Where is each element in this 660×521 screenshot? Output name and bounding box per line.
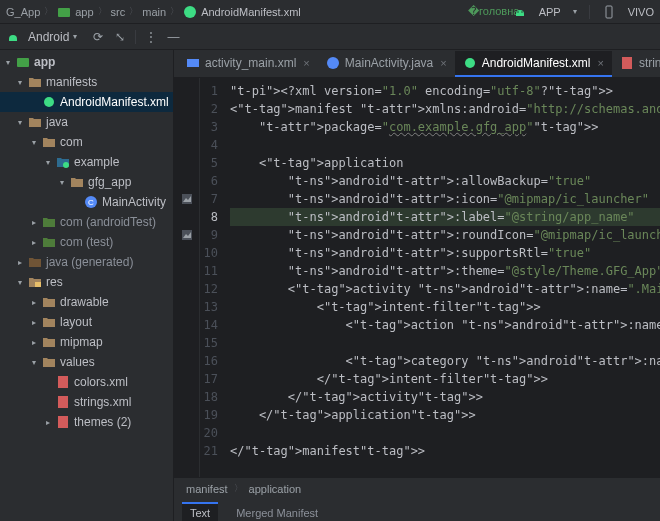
tree-app[interactable]: ▾app <box>0 52 173 72</box>
chevron-right-icon: 〉 <box>44 5 53 18</box>
svg-point-16 <box>465 58 475 68</box>
tree-folder-themes[interactable]: ▸themes (2) <box>0 412 173 432</box>
folder-icon <box>28 255 42 269</box>
package-icon <box>42 235 56 249</box>
tree-manifest-file[interactable]: AndroidManifest.xml <box>0 92 173 112</box>
xml-icon <box>56 395 70 409</box>
svg-point-15 <box>327 57 339 69</box>
android-icon[interactable] <box>513 5 527 19</box>
svg-rect-12 <box>58 396 68 408</box>
editor-sub-tabs: Text Merged Manifest <box>174 499 660 521</box>
tab-label: MainActivity.java <box>345 56 433 70</box>
tree-pkg-example[interactable]: ▾example <box>0 152 173 172</box>
android-icon <box>463 56 477 70</box>
subtab-text[interactable]: Text <box>182 502 218 521</box>
more-icon[interactable]: ⋮ <box>144 30 158 44</box>
xml-icon <box>620 56 634 70</box>
tab-androidmanifest[interactable]: AndroidManifest.xml × <box>455 51 612 77</box>
project-tool-header: Android ▾ ⟳ ⤡ ⋮ — <box>0 24 660 50</box>
tab-strings[interactable]: strings.xml • <box>612 51 660 77</box>
code-area[interactable]: 123456789101112131415161718192021 "t-pi"… <box>174 78 660 477</box>
tree-pkg-androidtest[interactable]: ▸com (androidTest) <box>0 212 173 232</box>
subtab-merged[interactable]: Merged Manifest <box>228 504 326 521</box>
tree-file-strings[interactable]: strings.xml <box>0 392 173 412</box>
tree-res-layout[interactable]: ▸layout <box>0 312 173 332</box>
project-view-selector[interactable]: Android ▾ <box>28 30 77 44</box>
editor: activity_main.xml × MainActivity.java × … <box>174 50 660 521</box>
tree-res-values[interactable]: ▾values <box>0 352 173 372</box>
folder-icon <box>42 335 56 349</box>
folder-icon <box>42 355 56 369</box>
svg-point-7 <box>63 162 69 168</box>
tree-file-colors[interactable]: colors.xml <box>0 372 173 392</box>
svg-point-3 <box>521 11 522 12</box>
tree-class-mainactivity[interactable]: CMainActivity <box>0 192 173 212</box>
tree-res-mipmap[interactable]: ▸mipmap <box>0 332 173 352</box>
xml-icon <box>56 375 70 389</box>
android-icon <box>183 5 197 19</box>
class-icon: C <box>84 195 98 209</box>
tree-res-drawable[interactable]: ▸drawable <box>0 292 173 312</box>
layout-icon <box>186 56 200 70</box>
structure-breadcrumb: manifest 〉 application <box>174 477 660 499</box>
tree-pkg-test[interactable]: ▸com (test) <box>0 232 173 252</box>
svg-point-6 <box>44 97 54 107</box>
class-icon <box>326 56 340 70</box>
build-icon[interactable]: �головна <box>487 5 501 19</box>
project-tree[interactable]: ▾app ▾manifests AndroidManifest.xml ▾jav… <box>0 50 174 521</box>
chevron-down-icon[interactable]: ▾ <box>573 7 577 16</box>
folder-icon <box>42 295 56 309</box>
xml-icon <box>56 415 70 429</box>
folder-icon <box>28 275 42 289</box>
device-selector[interactable]: VIVO <box>628 6 654 18</box>
breadcrumb-item[interactable]: main <box>142 6 166 18</box>
chevron-down-icon: ▾ <box>73 32 77 41</box>
android-icon <box>6 30 20 44</box>
tree-pkg-gfg[interactable]: ▾gfg_app <box>0 172 173 192</box>
sync-icon[interactable]: ⟳ <box>91 30 105 44</box>
svg-rect-4 <box>606 6 612 18</box>
image-icon[interactable] <box>174 190 199 208</box>
chevron-right-icon: 〉 <box>234 482 243 495</box>
svg-rect-13 <box>58 416 68 428</box>
gutter <box>174 78 200 477</box>
tree-java[interactable]: ▾java <box>0 112 173 132</box>
crumb-item[interactable]: application <box>249 483 302 495</box>
breadcrumb-item[interactable]: src <box>111 6 126 18</box>
chevron-right-icon: 〉 <box>129 5 138 18</box>
close-icon[interactable]: × <box>597 57 603 69</box>
editor-tab-bar: activity_main.xml × MainActivity.java × … <box>174 50 660 78</box>
svg-rect-14 <box>187 59 199 67</box>
folder-icon <box>42 315 56 329</box>
tab-mainactivity[interactable]: MainActivity.java × <box>318 51 455 77</box>
package-icon <box>42 215 56 229</box>
tree-res[interactable]: ▾res <box>0 272 173 292</box>
svg-rect-10 <box>35 282 41 287</box>
package-icon <box>70 175 84 189</box>
close-icon[interactable]: × <box>440 57 446 69</box>
separator <box>135 30 136 44</box>
tab-label: strings.xml <box>639 56 660 70</box>
tab-label: AndroidManifest.xml <box>482 56 591 70</box>
crumb-item[interactable]: manifest <box>186 483 228 495</box>
tab-activity-main[interactable]: activity_main.xml × <box>178 51 318 77</box>
code-text[interactable]: "t-pi"><?xml version="1.0" encoding="utf… <box>222 78 660 477</box>
close-icon[interactable]: × <box>303 57 309 69</box>
breadcrumb-file[interactable]: AndroidManifest.xml <box>201 6 301 18</box>
chevron-right-icon: 〉 <box>170 5 179 18</box>
run-config-selector[interactable]: APP <box>539 6 561 18</box>
breadcrumb-item[interactable]: app <box>75 6 93 18</box>
tab-label: activity_main.xml <box>205 56 296 70</box>
package-icon <box>56 155 70 169</box>
module-icon <box>16 55 30 69</box>
phone-icon[interactable] <box>602 5 616 19</box>
tree-manifests[interactable]: ▾manifests <box>0 72 173 92</box>
collapse-icon[interactable]: ⤡ <box>113 30 127 44</box>
tree-pkg-com[interactable]: ▾com <box>0 132 173 152</box>
hide-icon[interactable]: — <box>166 30 180 44</box>
svg-point-1 <box>184 6 196 18</box>
tree-java-generated[interactable]: ▸java (generated) <box>0 252 173 272</box>
breadcrumb-root[interactable]: G_App <box>6 6 40 18</box>
image-icon[interactable] <box>174 226 199 244</box>
folder-icon <box>28 75 42 89</box>
